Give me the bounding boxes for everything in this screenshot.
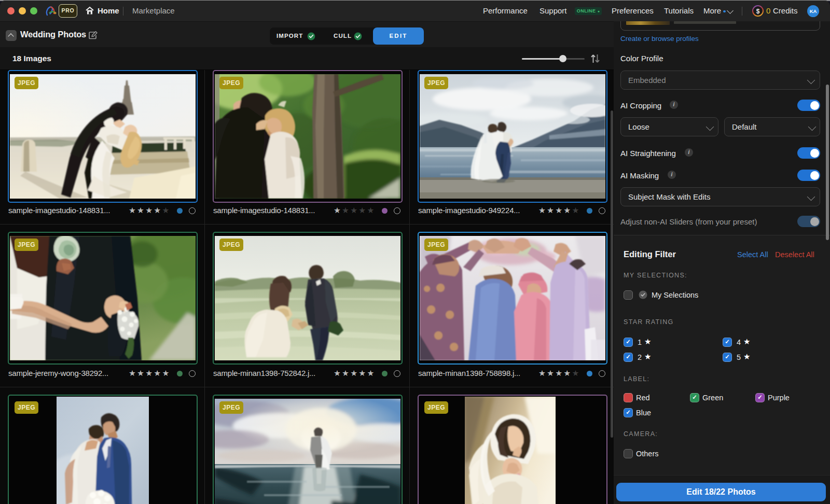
svg-text:$: $ <box>756 8 760 15</box>
